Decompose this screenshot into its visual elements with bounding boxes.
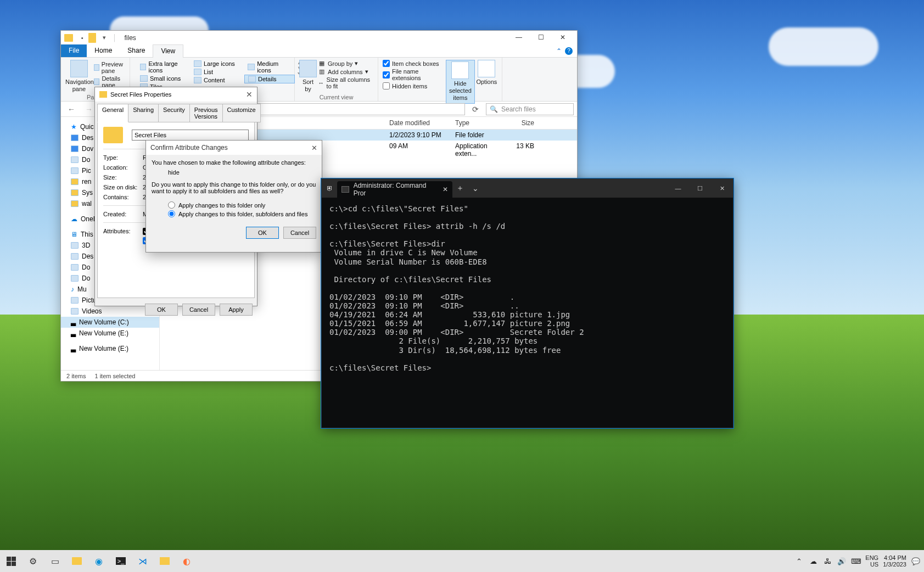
new-tab-button[interactable]: ＋	[452, 183, 468, 193]
hide-selected-items-button[interactable]: Hide selected items	[446, 60, 475, 104]
taskbar-terminal[interactable]: >_	[110, 550, 132, 572]
clock[interactable]: 4:04 PM1/3/2023	[883, 554, 906, 568]
tab-home[interactable]: Home	[87, 44, 120, 57]
vscode-icon: ⋊	[138, 556, 147, 567]
folder-icon	[99, 91, 107, 98]
taskbar-task-view[interactable]: ▭	[44, 550, 66, 572]
taskbar-explorer[interactable]	[66, 550, 88, 572]
minimize-button[interactable]: ―	[508, 31, 530, 44]
col-size[interactable]: Size	[506, 117, 539, 129]
col-date[interactable]: Date modified	[385, 117, 451, 129]
sort-icon	[299, 60, 317, 77]
ribbon-collapse-icon[interactable]: ⌃	[556, 47, 562, 55]
terminal-titlebar[interactable]: ⛨ Administrator: Command Pror ✕ ＋ ⌄ ― ☐ …	[322, 179, 733, 198]
tab-dropdown-icon[interactable]: ⌄	[468, 184, 483, 193]
taskbar-firefox[interactable]: ◐	[176, 550, 198, 572]
qat-dropdown-icon[interactable]: ▾	[99, 33, 109, 43]
layout-extra-large[interactable]: Extra large icons	[137, 60, 187, 74]
taskbar-vscode[interactable]: ⋊	[132, 550, 154, 572]
folder-name-input[interactable]	[132, 130, 249, 141]
hidden-items-checkbox[interactable]: Hidden items	[383, 82, 445, 89]
tray-volume-icon[interactable]: 🔊	[837, 557, 847, 565]
ok-button[interactable]: OK	[246, 227, 279, 239]
windows-icon	[7, 557, 16, 566]
tab-previous-versions[interactable]: Previous Versions	[189, 104, 223, 122]
preview-pane-button[interactable]: Preview pane	[94, 61, 125, 74]
col-type[interactable]: Type	[451, 117, 506, 129]
tab-security[interactable]: Security	[158, 104, 190, 122]
maximize-button[interactable]: ☐	[689, 179, 711, 198]
help-icon[interactable]: ?	[565, 47, 573, 55]
size-columns-button[interactable]: ↔Size all columns to fit	[318, 76, 373, 89]
layout-list[interactable]: List	[191, 68, 241, 76]
tree-volume-e2: ▃New Volume (E:)	[61, 343, 159, 354]
radio-subfolders[interactable]: Apply changes to this folder, subfolders…	[168, 210, 316, 217]
confirm-msg1: You have chosen to make the following at…	[152, 159, 316, 166]
tab-customize[interactable]: Customize	[222, 104, 261, 122]
add-columns-button[interactable]: ▥Add columns ▾	[318, 68, 373, 75]
taskbar-settings[interactable]: ⚙	[22, 550, 44, 572]
tab-general[interactable]: General	[97, 104, 128, 122]
qat-item[interactable]: ▪	[77, 33, 87, 43]
minimize-button[interactable]: ―	[667, 179, 689, 198]
layout-content[interactable]: Content	[191, 76, 241, 84]
file-extensions-checkbox[interactable]: File name extensions	[383, 68, 445, 81]
layout-large[interactable]: Large icons	[191, 60, 241, 68]
refresh-button[interactable]: ⟳	[468, 103, 483, 115]
language-indicator[interactable]: ENGUS	[865, 554, 878, 568]
ok-button[interactable]: OK	[145, 304, 178, 316]
pc-icon: 🖥	[71, 231, 77, 238]
properties-title: Secret Files Properties	[110, 91, 171, 98]
confirm-titlebar[interactable]: Confirm Attribute Changes ✕	[146, 141, 322, 155]
close-icon[interactable]: ✕	[311, 144, 317, 152]
tab-close-icon[interactable]: ✕	[443, 186, 448, 193]
tray-onedrive-icon[interactable]: ☁	[808, 557, 818, 565]
terminal-output[interactable]: c:\>cd c:\files\"Secret Files" c:\files\…	[322, 198, 733, 379]
tab-share[interactable]: Share	[120, 44, 153, 57]
drive-icon: ▃	[71, 329, 76, 337]
search-input[interactable]: 🔍 Search files	[486, 103, 574, 115]
confirm-attr: hide	[168, 169, 316, 176]
navigation-pane-icon	[70, 60, 88, 77]
tray-network-icon[interactable]: 🖧	[822, 557, 832, 565]
drive-icon: ▃	[71, 345, 76, 352]
options-button[interactable]: Options	[476, 60, 497, 86]
item-check-boxes-checkbox[interactable]: Item check boxes	[383, 60, 445, 67]
folder-icon	[160, 557, 170, 565]
apply-button[interactable]: Apply	[220, 304, 253, 316]
layout-medium[interactable]: Medium icons	[244, 60, 295, 74]
terminal-tab[interactable]: Administrator: Command Pror ✕	[337, 181, 452, 198]
taskbar-edge[interactable]: ◉	[88, 550, 110, 572]
tray-keyboard-icon[interactable]: ⌨	[851, 557, 861, 565]
tab-view[interactable]: View	[153, 44, 183, 58]
confirm-attribute-dialog: Confirm Attribute Changes ✕ You have cho…	[145, 140, 322, 253]
navigation-pane-button[interactable]: Navigation pane	[65, 60, 93, 93]
tab-file[interactable]: File	[61, 44, 87, 57]
group-by-button[interactable]: ▦Group by ▾	[318, 60, 373, 67]
close-icon[interactable]: ✕	[246, 90, 253, 99]
cloud-icon: ☁	[71, 215, 77, 223]
window-title: files	[125, 34, 136, 42]
layout-details[interactable]: Details	[244, 75, 295, 83]
close-button[interactable]: ✕	[552, 31, 574, 44]
music-icon: ♪	[71, 285, 74, 293]
folder-icon	[64, 34, 73, 42]
start-button[interactable]	[0, 550, 22, 572]
properties-titlebar[interactable]: Secret Files Properties ✕	[95, 87, 257, 102]
confirm-msg2: Do you want to apply this change to this…	[152, 181, 316, 194]
back-button[interactable]: ←	[64, 103, 79, 115]
layout-small[interactable]: Small icons	[137, 75, 187, 82]
hide-items-icon	[451, 61, 469, 79]
notifications-icon[interactable]: 💬	[911, 557, 921, 565]
cancel-button[interactable]: Cancel	[283, 227, 316, 239]
sort-by-button[interactable]: Sort by	[299, 60, 317, 93]
tray-overflow-icon[interactable]: ⌃	[794, 557, 804, 565]
qat-folder-icon[interactable]	[88, 33, 98, 43]
explorer-titlebar[interactable]: ▪ ▾ │ files ― ☐ ✕	[61, 31, 577, 44]
maximize-button[interactable]: ☐	[530, 31, 552, 44]
close-button[interactable]: ✕	[711, 179, 733, 198]
taskbar-app[interactable]	[154, 550, 176, 572]
radio-folder-only[interactable]: Apply changes to this folder only	[168, 201, 316, 209]
cancel-button[interactable]: Cancel	[182, 304, 215, 316]
tab-sharing[interactable]: Sharing	[128, 104, 159, 122]
